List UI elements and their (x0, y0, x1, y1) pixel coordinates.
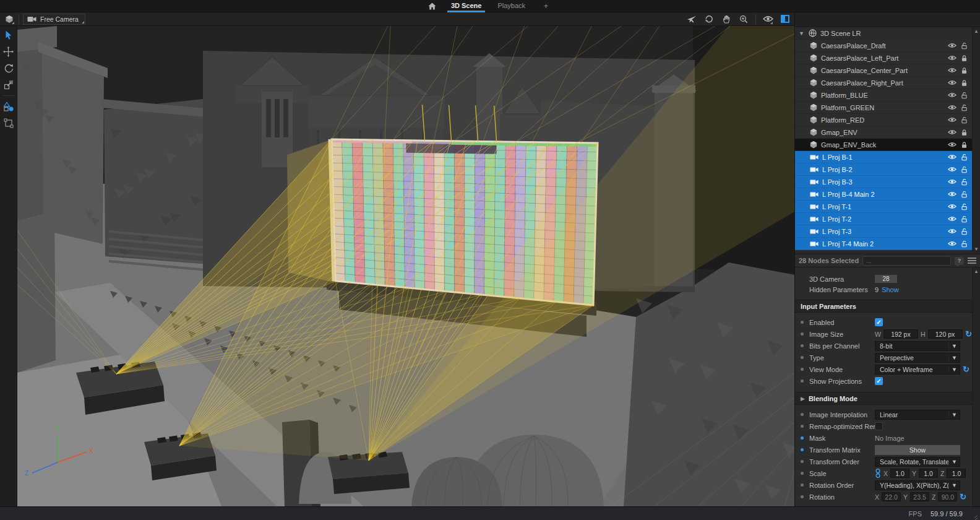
tree-row[interactable]: L Proj T-1 (795, 201, 972, 213)
param-dot[interactable] (801, 483, 804, 487)
scale-tool[interactable] (2, 79, 15, 91)
tree-row[interactable]: CaesarsPalace_Draft (795, 40, 972, 52)
dimension-field[interactable]: 192 px (883, 329, 918, 339)
axis-field[interactable]: 1.0 (890, 469, 909, 478)
lock-open-icon[interactable] (961, 104, 968, 111)
tree-row[interactable]: L Proj B-4 Main 2 (795, 188, 972, 201)
shapes-tool[interactable] (2, 100, 15, 113)
param-dot[interactable] (801, 413, 804, 416)
reset-icon[interactable]: ↺ (963, 365, 969, 373)
eye-icon[interactable] (948, 216, 956, 222)
help-bubble-icon[interactable]: ? (955, 257, 964, 265)
eye-icon[interactable] (948, 67, 956, 73)
camera-selector[interactable]: Free Camera (23, 14, 85, 25)
lock-closed-icon[interactable] (961, 67, 968, 74)
tree-row[interactable]: Platform_GREEN (795, 102, 972, 114)
lock-open-icon[interactable] (961, 215, 968, 223)
checkbox-checked[interactable]: ✓ (875, 377, 883, 385)
tree-row[interactable]: L Proj T-4 Main 2 (795, 238, 972, 250)
eye-icon[interactable] (948, 179, 956, 184)
dropdown[interactable]: 8-bit▼ (875, 341, 960, 351)
tree-row[interactable]: L Proj B-2 (795, 163, 972, 176)
eye-icon[interactable] (948, 191, 956, 197)
lock-closed-icon[interactable] (961, 129, 968, 136)
param-dot[interactable] (801, 356, 804, 359)
link-icon[interactable] (875, 469, 881, 478)
add-tab-button[interactable]: + (540, 2, 552, 11)
lock-open-icon[interactable] (961, 228, 968, 235)
region-tool[interactable] (2, 117, 15, 129)
visibility-icon[interactable] (762, 14, 773, 25)
chevron-right-icon[interactable]: ▶ (801, 396, 805, 402)
param-dot[interactable] (801, 425, 804, 428)
reset-icon[interactable]: ↺ (965, 330, 972, 338)
checkbox-checked[interactable]: ✓ (875, 318, 883, 326)
eye-icon[interactable] (948, 154, 956, 160)
geometry-mode-icon[interactable] (4, 14, 15, 25)
show-button[interactable]: Show (875, 445, 960, 455)
eye-icon[interactable] (948, 117, 956, 123)
filter-input[interactable] (862, 256, 951, 266)
reset-icon[interactable]: ↺ (960, 493, 966, 501)
axis-field[interactable]: 90.0 (938, 492, 957, 501)
checkbox-unchecked[interactable] (875, 422, 883, 430)
tab-3d-scene[interactable]: 3D Scene (447, 1, 486, 11)
select-cursor-tool[interactable] (2, 28, 15, 41)
viewport-canvas[interactable]: YXZ (17, 26, 794, 506)
lock-closed-icon[interactable] (961, 141, 968, 149)
tree-row[interactable]: CaesarsPalace_Left_Part (795, 52, 972, 64)
axis-field[interactable]: 22.0 (882, 492, 901, 501)
dropdown[interactable]: Color + Wireframe▼ (875, 365, 960, 375)
tree-root[interactable]: ▼ 3D Scene LR (795, 27, 972, 40)
eye-icon[interactable] (948, 129, 956, 135)
panel-toggle-icon[interactable] (780, 14, 791, 25)
lock-open-icon[interactable] (961, 240, 968, 248)
pan-icon[interactable] (721, 14, 732, 25)
eye-icon[interactable] (948, 204, 956, 209)
home-icon[interactable] (428, 2, 436, 10)
lock-closed-icon[interactable] (961, 54, 968, 62)
menu-icon[interactable] (968, 258, 976, 264)
lock-open-icon[interactable] (961, 92, 968, 99)
lock-open-icon[interactable] (961, 154, 968, 161)
param-dot[interactable] (801, 321, 804, 324)
tree-row[interactable]: Platform_BLUE (795, 89, 972, 102)
lock-open-icon[interactable] (961, 116, 968, 124)
tree-row[interactable]: Gmap_ENV (795, 126, 972, 139)
dropdown[interactable]: Scale, Rotate, Translate▼ (875, 457, 960, 467)
axis-field[interactable]: 23.5 (910, 492, 929, 501)
tree-row[interactable]: L Proj B-3 (795, 176, 972, 188)
eye-icon[interactable] (948, 142, 956, 147)
param-dot[interactable] (801, 332, 804, 336)
axis-field[interactable]: 1.0 (919, 469, 938, 478)
lock-open-icon[interactable] (961, 166, 968, 173)
lock-open-icon[interactable] (961, 42, 968, 50)
tree-row[interactable]: L Proj T-2 (795, 213, 972, 225)
resize-grip[interactable] (970, 511, 978, 518)
orbit-icon[interactable] (703, 14, 715, 25)
section-header[interactable]: ▶Blending Mode (795, 392, 972, 405)
lock-open-icon[interactable] (961, 191, 968, 198)
rotate-tool[interactable] (2, 62, 15, 74)
eye-icon[interactable] (948, 92, 956, 98)
tree-row[interactable]: Gmap_ENV_Back (795, 139, 972, 151)
lock-closed-icon[interactable] (961, 79, 968, 87)
chevron-down-icon[interactable]: ▼ (799, 30, 805, 37)
lock-open-icon[interactable] (961, 178, 968, 186)
eye-icon[interactable] (948, 80, 956, 85)
param-dot[interactable] (801, 495, 804, 498)
param-dot[interactable] (801, 460, 804, 463)
section-header[interactable]: Input Parameters (795, 300, 972, 313)
eye-icon[interactable] (948, 55, 956, 61)
show-hidden-link[interactable]: Show (882, 286, 899, 293)
dimension-field[interactable]: 120 px (928, 329, 963, 339)
param-dot[interactable] (801, 436, 804, 440)
lock-open-icon[interactable] (961, 203, 968, 210)
tree-row[interactable]: Platform_RED (795, 114, 972, 126)
dropdown[interactable]: Linear▼ (875, 410, 960, 420)
properties-scrollbar[interactable]: ▲ (972, 267, 980, 506)
param-dot[interactable] (801, 448, 804, 451)
tree-row[interactable]: CaesarsPalace_Center_Part (795, 64, 972, 77)
tree-row[interactable]: CaesarsPalace_Right_Part (795, 77, 972, 89)
axis-field[interactable]: 1.0 (947, 469, 966, 478)
